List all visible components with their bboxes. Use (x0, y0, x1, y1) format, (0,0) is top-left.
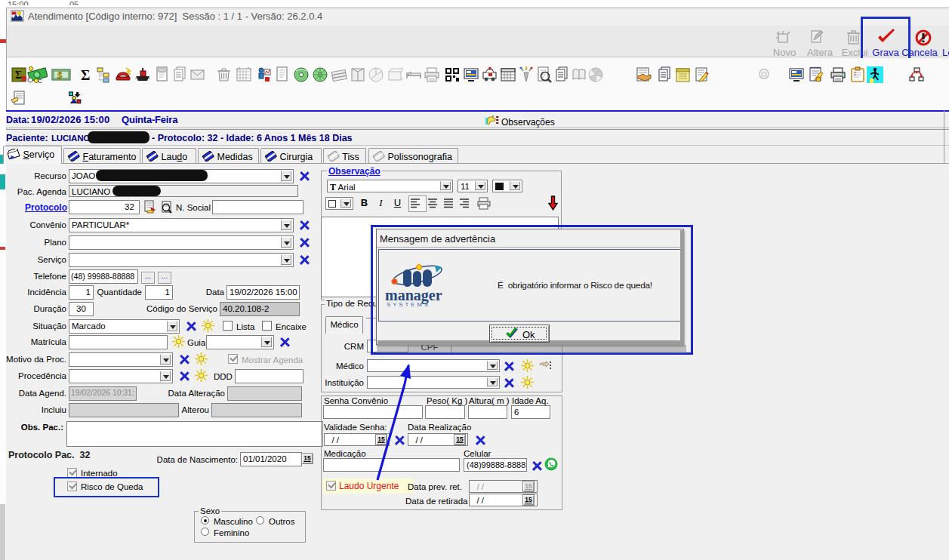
svg-text:C: C (38, 78, 42, 83)
svg-text:$: $ (57, 69, 63, 81)
svg-text:Σ: Σ (81, 67, 90, 83)
svg-text:Σ: Σ (15, 69, 22, 81)
